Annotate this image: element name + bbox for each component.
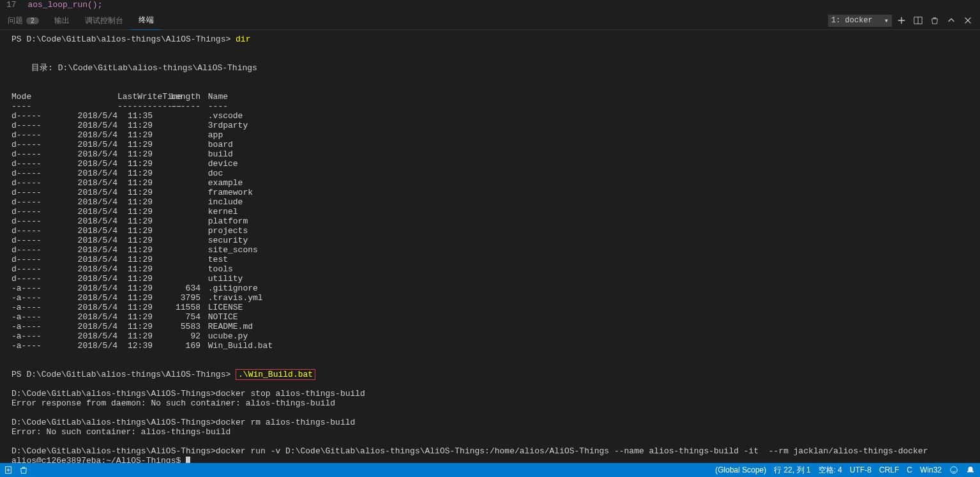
tab-problems-label: 问题 [8, 15, 23, 26]
maximize-panel-button[interactable] [944, 13, 958, 27]
status-language[interactable]: C [907, 466, 912, 474]
terminal-output[interactable]: PS D:\Code\GitLab\alios-things\AliOS-Thi… [0, 29, 980, 463]
kill-terminal-button[interactable] [928, 13, 942, 27]
status-encoding[interactable]: UTF-8 [850, 466, 871, 474]
status-eol[interactable]: CRLF [879, 466, 899, 474]
tab-output[interactable]: 输出 [47, 11, 77, 29]
tab-terminal[interactable]: 终端 [131, 11, 162, 30]
status-bar: (Global Scope) 行 22, 列 1 空格: 4 UTF-8 CRL… [0, 463, 980, 477]
problems-badge: 2 [26, 17, 39, 24]
panel-tabs: 问题 2 输出 调试控制台 终端 1: docker ▾ [0, 11, 980, 30]
status-cursor-position[interactable]: 行 22, 列 1 [774, 465, 810, 476]
close-panel-button[interactable] [961, 13, 975, 27]
new-file-button[interactable] [4, 466, 13, 474]
feedback-icon[interactable] [949, 466, 958, 474]
status-os[interactable]: Win32 [920, 466, 942, 474]
new-terminal-button[interactable] [894, 13, 908, 27]
terminal-selector-label: 1: docker [831, 16, 873, 25]
terminal-selector-dropdown[interactable]: 1: docker ▾ [828, 15, 892, 27]
terminal-controls: 1: docker ▾ [828, 13, 980, 27]
tab-problems[interactable]: 问题 2 [0, 11, 47, 29]
split-terminal-button[interactable] [911, 13, 925, 27]
status-scope[interactable]: (Global Scope) [715, 466, 766, 474]
tab-debug-console[interactable]: 调试控制台 [77, 11, 131, 29]
status-indentation[interactable]: 空格: 4 [818, 465, 842, 476]
line-number: 17 [0, 0, 23, 10]
trash-button[interactable] [19, 466, 28, 474]
notifications-icon[interactable] [966, 466, 975, 474]
chevron-down-icon: ▾ [884, 16, 889, 26]
svg-point-2 [951, 467, 958, 474]
editor-remnant: 17 aos_loop_run(); [0, 0, 980, 12]
code-line: aos_loop_run(); [27, 0, 102, 10]
